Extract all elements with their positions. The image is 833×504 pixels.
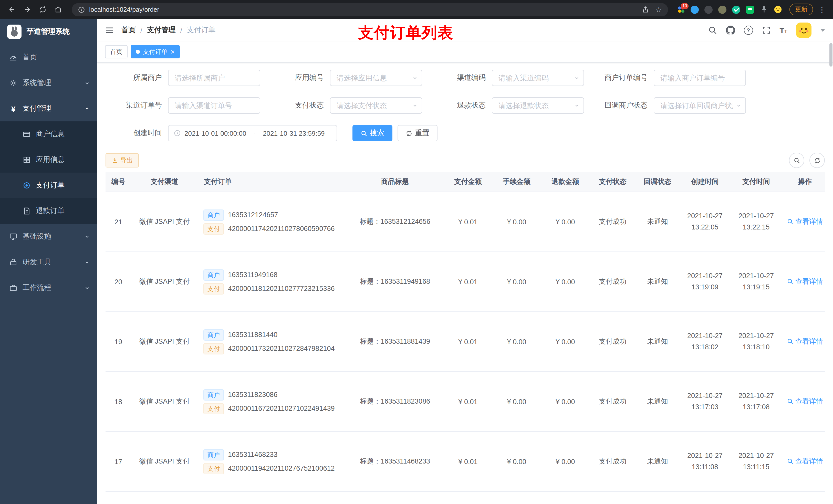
fullscreen-icon[interactable] (762, 26, 771, 35)
extension-check-icon[interactable] (732, 5, 741, 14)
browser-home-button[interactable] (51, 3, 65, 16)
cell-fee: ¥ 0.00 (492, 192, 541, 252)
share-icon[interactable] (642, 6, 649, 13)
chevron-up-icon (84, 105, 90, 112)
refund-status-select[interactable] (492, 97, 584, 114)
merchant-order-no-input[interactable] (654, 70, 746, 86)
view-detail-link[interactable]: 查看详情 (787, 397, 823, 406)
filter-label: 回调商户状态 (591, 101, 647, 110)
refresh-table-button[interactable] (809, 153, 825, 168)
channel-code-input[interactable] (492, 70, 584, 86)
view-detail-link[interactable]: 查看详情 (787, 337, 823, 346)
sidebar-item-app-info[interactable]: 应用信息 (0, 147, 97, 173)
browser-menu-icon[interactable]: ⋮ (816, 5, 828, 14)
merchant-order-no: 1635311881440 (228, 331, 278, 339)
col-create-time: 创建时间 (679, 172, 731, 192)
cell-refund: ¥ 0.00 (541, 252, 590, 312)
card-icon (23, 130, 31, 138)
sidebar-item-dev-tools[interactable]: 研发工具 (0, 249, 97, 275)
sidebar-item-home[interactable]: 首页 (0, 45, 97, 70)
cell-amount: ¥ 0.01 (444, 371, 492, 432)
app-logo[interactable]: 芋道管理系统 (0, 19, 97, 45)
table-row: 18 微信 JSAPI 支付 商户 1635311823086 支付 (105, 371, 825, 432)
monitor-icon (9, 233, 18, 241)
table-row: 17 微信 JSAPI 支付 商户 1635311468233 支付 (105, 432, 825, 491)
cell-pay-time: 2021-10-2713:19:15 (731, 252, 782, 312)
cell-refund: ¥ 0.00 (541, 491, 590, 504)
cell-notify: 未通知 (636, 432, 679, 491)
extension-dark-icon[interactable] (704, 5, 713, 14)
logo-icon (7, 25, 22, 39)
sidebar-item-system[interactable]: 系统管理 (0, 70, 97, 96)
toggle-search-button[interactable] (789, 153, 804, 168)
view-detail-link[interactable]: 查看详情 (787, 457, 823, 466)
breadcrumb-pay-manage[interactable]: 支付管理 (147, 26, 176, 35)
search-icon (787, 218, 793, 225)
col-notify: 回调状态 (636, 172, 679, 192)
sidebar-item-label: 支付订单 (36, 181, 65, 190)
col-status: 支付状态 (590, 172, 636, 192)
cell-channel: 微信 JSAPI 支付 (131, 491, 198, 504)
view-detail-link[interactable]: 查看详情 (787, 217, 823, 226)
merchant-order-no: 1635311823086 (228, 391, 278, 399)
reset-button[interactable]: 重置 (398, 125, 437, 141)
help-icon[interactable]: ? (744, 26, 753, 35)
owner-merchant-input[interactable] (168, 70, 260, 86)
browser-back-button[interactable] (5, 3, 19, 16)
breadcrumb-home[interactable]: 首页 (121, 26, 136, 35)
browser-forward-button[interactable] (21, 3, 34, 16)
browser-update-button[interactable]: 更新 (789, 4, 813, 15)
browser-profile-avatar[interactable] (773, 5, 782, 14)
sidebar-item-workflow[interactable]: 工作流程 (0, 275, 97, 301)
export-button[interactable]: 导出 (105, 153, 139, 167)
extension-colordots-icon[interactable]: 10 (676, 5, 686, 14)
date-range-picker[interactable]: 2021-10-01 00:00:00 - 2021-10-31 23:59:5… (168, 125, 337, 141)
extension-green-icon[interactable] (745, 5, 755, 14)
url-text[interactable]: localhost:1024/pay/order (89, 6, 159, 13)
pay-order-no: 4200001173202110272847982104 (228, 345, 335, 352)
col-title: 商品标题 (346, 172, 444, 192)
close-icon[interactable]: × (171, 48, 175, 55)
github-icon[interactable] (726, 26, 735, 35)
search-button[interactable]: 搜索 (353, 125, 392, 141)
font-size-icon[interactable]: TT (780, 26, 787, 34)
merchant-tag: 商户 (204, 269, 224, 281)
cell-actions: 查看详情 (782, 252, 825, 312)
app-select-input[interactable] (330, 70, 422, 86)
channel-order-no-input[interactable] (168, 97, 260, 114)
extension-blue-icon[interactable] (690, 5, 699, 14)
info-icon[interactable] (78, 6, 85, 13)
browser-refresh-button[interactable] (36, 3, 49, 16)
sidebar-item-refund-order[interactable]: 退款订单 (0, 198, 97, 224)
filter-label: 退款状态 (429, 101, 486, 110)
page-scrollbar[interactable] (829, 43, 832, 67)
document-icon (23, 207, 31, 215)
tags-view-bar: 首页 支付订单 × (97, 42, 833, 63)
sidebar-item-label: 支付管理 (23, 104, 51, 113)
sidebar-item-merchant-info[interactable]: 商户信息 (0, 121, 97, 147)
sidebar-item-infra[interactable]: 基础设施 (0, 224, 97, 249)
user-avatar[interactable] (796, 23, 811, 38)
pay-status-select[interactable] (330, 97, 422, 114)
search-icon[interactable] (708, 26, 717, 35)
cell-create-time: 2021-10-2713:22:05 (679, 192, 731, 252)
extensions-pin-icon[interactable] (759, 5, 768, 14)
grid-icon (23, 156, 31, 164)
sidebar-toggle-icon[interactable] (105, 26, 114, 35)
cell-channel: 微信 JSAPI 支付 (131, 252, 198, 312)
address-bar[interactable]: localhost:1024/pay/order ☆ (72, 3, 668, 16)
col-actions: 操作 (782, 172, 825, 192)
cell-status: 支付成功 (590, 371, 636, 432)
extension-olive-icon[interactable] (718, 5, 727, 14)
view-detail-link[interactable]: 查看详情 (787, 277, 823, 286)
cell-notify: 未通知 (636, 252, 679, 312)
user-dropdown-caret-icon[interactable] (820, 29, 825, 32)
tab-pay-order[interactable]: 支付订单 × (130, 45, 180, 58)
sidebar-item-payment[interactable]: ¥ 支付管理 (0, 96, 97, 121)
tab-home[interactable]: 首页 (105, 45, 127, 58)
bookmark-star-icon[interactable]: ☆ (656, 6, 662, 13)
notify-status-select[interactable] (654, 97, 746, 114)
cell-order: 商户 1635311823086 支付 42000011672021102710… (198, 371, 346, 432)
cell-order: 商户 1635311468233 支付 42000011942021102767… (198, 432, 346, 491)
sidebar-item-pay-order[interactable]: 支付订单 (0, 173, 97, 198)
